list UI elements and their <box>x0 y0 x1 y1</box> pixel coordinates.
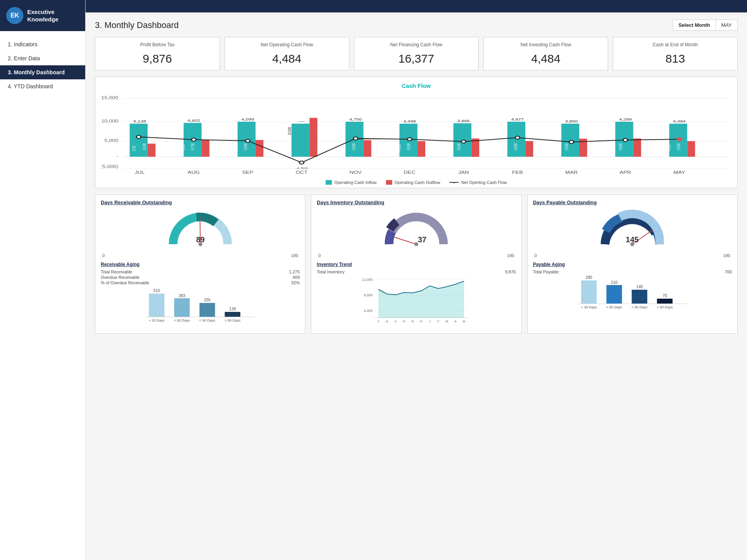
bar-rec-30 <box>149 294 165 317</box>
kpi-row: Profit Before Tax 9,876 Net Operating Ca… <box>95 37 738 70</box>
svg-text:210: 210 <box>611 280 617 284</box>
bar-outflow-jul <box>147 144 155 157</box>
svg-text:4,750: 4,750 <box>349 117 362 121</box>
sidebar-item-monthly-dashboard[interactable]: 3. Monthly Dashboard <box>0 65 85 79</box>
sidebar-item-ytd-dashboard[interactable]: 4. YTD Dashboard <box>0 79 85 93</box>
svg-text:4,299: 4,299 <box>619 117 632 121</box>
svg-text:SEP: SEP <box>242 170 253 175</box>
svg-text:3,36: 3,36 <box>132 146 136 151</box>
svg-text:70: 70 <box>663 294 667 298</box>
bar-outflow-apr <box>633 138 641 157</box>
svg-text:9,000: 9,000 <box>244 143 248 150</box>
legend-net: Net Operting Cash Flow <box>449 180 507 185</box>
receivable-aging-title: Receivable Aging <box>101 262 300 267</box>
payable-gauge-container: 145 <box>533 209 732 250</box>
svg-text:FEB: FEB <box>512 170 523 175</box>
payable-title: Days Payable Outstanding <box>533 200 732 205</box>
select-month-value[interactable]: MAY <box>716 20 737 30</box>
svg-text:M: M <box>463 320 466 323</box>
main-content: 3. Monthly Dashboard Select Month MAY Pr… <box>86 0 747 560</box>
svg-text:383: 383 <box>179 293 185 298</box>
select-month-label: Select Month <box>673 20 716 30</box>
svg-text:> 90 Days: > 90 Days <box>224 318 240 322</box>
svg-text:4,023: 4,023 <box>504 144 509 151</box>
receivable-bars-svg: 510 383 255 128 < 30 Days < 60 Days <box>101 288 300 327</box>
payable-gauge-labels: 0 180 <box>533 253 732 258</box>
bar-pay-90plus <box>657 299 672 304</box>
svg-text:4,701: 4,701 <box>609 144 614 151</box>
svg-text:8,700: 8,700 <box>191 143 195 150</box>
svg-text:8,500: 8,500 <box>281 133 286 140</box>
kpi-label-1: Net Operating Cash Flow <box>231 42 343 48</box>
inventory-gauge-container: 37 <box>317 209 516 250</box>
total-inventory-row: Total Inventory 9,876 <box>317 270 516 274</box>
header-bar <box>86 0 747 12</box>
cash-flow-chart-container: Cash Flow 15,000 10,000 5,000 - (5,000) <box>95 77 738 188</box>
net-dot-mar <box>569 140 574 144</box>
panel-inventory: Days Inventory Outstanding 37 0 <box>311 194 521 334</box>
svg-text:8,500: 8,500 <box>142 143 147 150</box>
svg-text:S: S <box>395 320 396 323</box>
svg-text:JUL: JUL <box>135 170 145 175</box>
svg-text:128: 128 <box>229 307 236 311</box>
net-dot-aug <box>191 138 196 141</box>
svg-text:O: O <box>403 320 405 323</box>
svg-text:4,734: 4,734 <box>447 144 452 151</box>
svg-text:4,650: 4,650 <box>556 144 560 151</box>
svg-text:< 60 Days: < 60 Days <box>174 318 190 322</box>
receivable-bar-chart: 510 383 255 128 < 30 Days < 60 Days <box>101 288 300 329</box>
svg-text:12,000: 12,000 <box>362 278 373 282</box>
legend-inflow-box <box>326 180 332 185</box>
svg-text:4,298: 4,298 <box>181 144 186 151</box>
chart-legend: Operating Cash Inflow Operating Cash Out… <box>102 180 731 185</box>
svg-text:AUG: AUG <box>188 170 200 175</box>
net-dot-feb <box>515 136 520 139</box>
svg-text:8,000: 8,000 <box>364 293 373 297</box>
kpi-label-4: Cash at End of Month <box>619 42 731 48</box>
svg-text:4,099: 4,099 <box>241 117 254 121</box>
sidebar-item-enter-data[interactable]: 2. Enter Data <box>0 51 85 65</box>
legend-outflow-box <box>386 180 392 185</box>
svg-text:—: — <box>299 119 305 123</box>
receivable-gauge-svg: 89 <box>165 209 235 250</box>
svg-text:3,850: 3,850 <box>565 119 578 123</box>
bar-pay-30 <box>581 280 596 304</box>
stat-row-2: % of Overdue Receivable 32% <box>101 280 300 285</box>
logo-text: Executive Knowledge <box>27 8 58 23</box>
svg-text:A: A <box>386 320 388 323</box>
svg-text:4,002: 4,002 <box>397 144 402 151</box>
select-month-group[interactable]: Select Month MAY <box>673 19 738 31</box>
bar-pay-90 <box>631 290 647 304</box>
inventory-gauge-labels: 0 180 <box>317 253 516 258</box>
svg-text:F: F <box>438 320 440 323</box>
panel-receivable: Days Receivable Outstanding <box>95 194 305 334</box>
net-dot-nov <box>353 137 358 140</box>
kpi-label-3: Net Investing Cash Flow <box>490 42 601 48</box>
svg-text:10,000: 10,000 <box>288 127 292 135</box>
kpi-value-1: 4,484 <box>231 52 343 65</box>
svg-text:9,000: 9,000 <box>351 143 356 150</box>
svg-text:4,498: 4,498 <box>403 119 416 123</box>
svg-text:8,500: 8,500 <box>565 143 569 150</box>
svg-text:3,866: 3,866 <box>457 119 470 123</box>
svg-text:5,000: 5,000 <box>104 138 118 143</box>
sidebar-item-indicators[interactable]: 1. Indicators <box>0 37 85 51</box>
svg-text:9,000: 9,000 <box>618 143 623 150</box>
svg-text:M: M <box>446 320 449 323</box>
page-header: 3. Monthly Dashboard Select Month MAY <box>95 19 738 31</box>
kpi-card-3: Net Investing Cash Flow 4,484 <box>483 37 608 70</box>
svg-text:< 90 Days: < 90 Days <box>199 318 215 322</box>
svg-text:N: N <box>412 320 414 323</box>
svg-text:JAN: JAN <box>458 170 469 175</box>
logo-icon: EK <box>6 7 23 24</box>
net-dot-sep <box>245 139 250 142</box>
bar-outflow-may <box>687 141 695 156</box>
svg-text:8,500: 8,500 <box>407 143 411 150</box>
cash-flow-svg: 15,000 10,000 5,000 - (5,000) <box>102 92 731 178</box>
bar-outflow-nov <box>363 140 371 157</box>
svg-text:4,977: 4,977 <box>511 117 524 121</box>
svg-text:4,016: 4,016 <box>667 144 672 151</box>
svg-text:< 90 Days: < 90 Days <box>631 305 647 309</box>
bar-pay-60 <box>606 285 622 304</box>
inventory-gauge-svg: 37 <box>381 209 451 250</box>
